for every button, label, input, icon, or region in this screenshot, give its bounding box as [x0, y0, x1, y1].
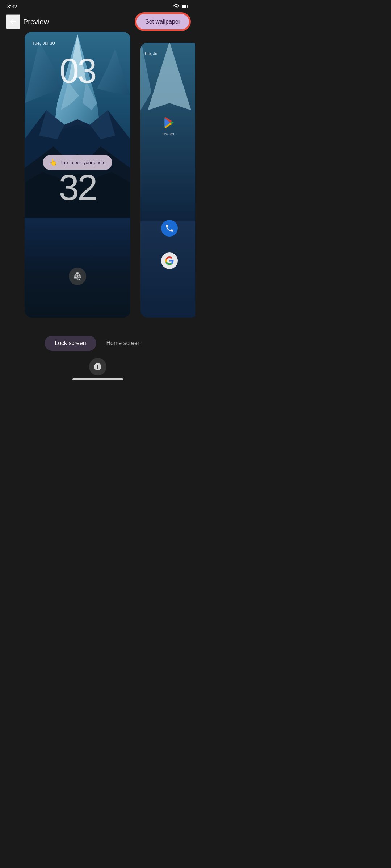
svg-rect-1	[182, 5, 186, 8]
phone-icon	[161, 220, 178, 237]
preview-area: Tue, Jul 30 03 👆 Tap to edit your photo …	[0, 32, 196, 328]
tap-icon: 👆	[49, 158, 57, 166]
page-title: Preview	[23, 18, 136, 26]
lock-screen-preview[interactable]: Tue, Jul 30 03 👆 Tap to edit your photo …	[25, 32, 130, 318]
home-screen-background: Tue, Ju Play Stor...	[140, 43, 196, 318]
lock-screen-date: Tue, Jul 30	[32, 41, 55, 46]
lock-screen-background: Tue, Jul 30 03 👆 Tap to edit your photo …	[25, 32, 130, 318]
google-icon	[161, 252, 178, 269]
google-logo	[165, 256, 174, 265]
play-store-logo	[163, 116, 176, 129]
status-icons	[173, 4, 188, 9]
home-screen-tab[interactable]: Home screen	[96, 336, 151, 351]
svg-rect-2	[187, 6, 188, 7]
back-icon	[9, 17, 17, 26]
set-wallpaper-button[interactable]: Set wallpaper	[136, 13, 190, 30]
home-screen-date: Tue, Ju	[144, 51, 157, 56]
info-button[interactable]	[89, 358, 106, 375]
back-button[interactable]	[6, 14, 20, 29]
tap-edit-bubble[interactable]: 👆 Tap to edit your photo	[43, 155, 112, 170]
top-bar: Preview Set wallpaper	[0, 12, 196, 32]
play-store-label: Play Stor...	[155, 132, 184, 136]
status-time: 3:32	[7, 4, 17, 9]
screen-tabs: Lock screen Home screen	[0, 331, 196, 355]
battery-icon	[182, 4, 188, 9]
wifi-icon	[173, 4, 180, 9]
phone-logo	[165, 224, 174, 233]
lock-screen-hour: 03	[60, 54, 96, 88]
fingerprint-icon	[73, 272, 82, 281]
status-bar: 3:32	[0, 0, 196, 12]
play-store-icon	[162, 115, 177, 130]
lock-screen-tab[interactable]: Lock screen	[45, 336, 96, 351]
nav-bar	[72, 378, 123, 380]
tap-edit-text: Tap to edit your photo	[60, 160, 105, 165]
home-screen-preview[interactable]: Tue, Ju Play Stor...	[140, 43, 196, 318]
fingerprint-button[interactable]	[69, 268, 86, 285]
info-icon	[93, 362, 102, 371]
home-ice-art	[140, 43, 196, 221]
lock-screen-minute: 32	[59, 169, 96, 205]
